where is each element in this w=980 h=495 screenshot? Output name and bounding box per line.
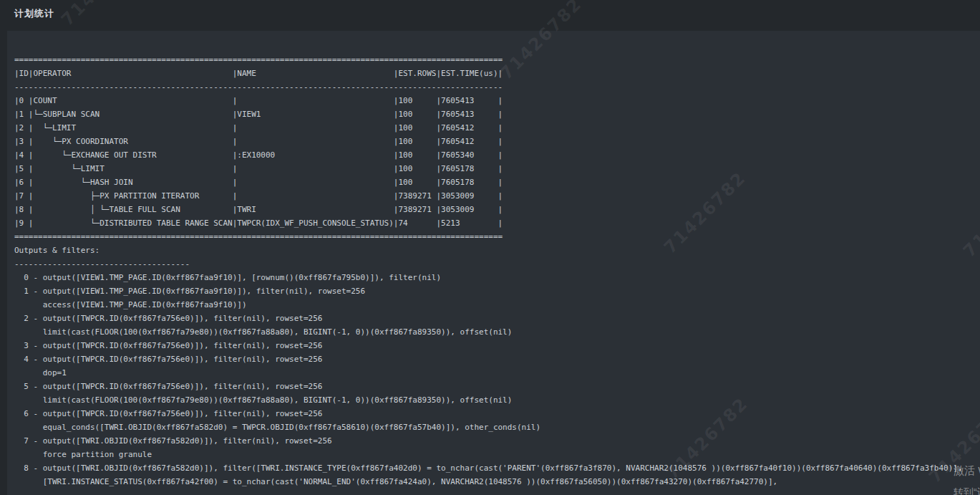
page-title: 计划统计 — [14, 7, 54, 20]
plan-content-area: ========================================… — [7, 31, 980, 495]
plan-text: ========================================… — [14, 53, 963, 489]
page-header: 计划统计 — [0, 0, 980, 31]
